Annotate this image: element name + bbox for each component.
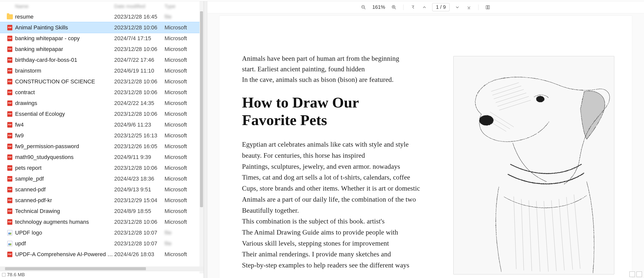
file-date: 2023/12/28 10:07 — [114, 230, 165, 236]
file-row[interactable]: Technical Drawing2024/8/9 18:55Microsoft — [0, 206, 204, 216]
file-date: 2024/4/23 18:36 — [114, 176, 165, 182]
file-name: UPDF logo — [14, 230, 114, 236]
file-row[interactable]: scanned-pdf-kr2023/12/29 15:04Microsoft — [0, 195, 204, 206]
svg-line-21 — [490, 112, 514, 127]
file-row[interactable]: technology augments humans2023/12/28 10:… — [0, 216, 204, 227]
pane-splitter[interactable] — [204, 1, 207, 278]
file-date: 2023/12/28 10:06 — [114, 111, 165, 117]
pdf-file-icon — [7, 187, 12, 192]
doc-body-line: Various skill levels, stepping stones fo… — [242, 238, 423, 249]
file-type: Microsoft — [165, 68, 204, 74]
svg-rect-9 — [486, 6, 488, 9]
file-row[interactable]: Animal Painting Skills2023/12/28 10:06Mi… — [0, 22, 204, 33]
svg-line-28 — [559, 199, 565, 270]
file-type: Microsoft — [165, 219, 204, 225]
doc-body-text: Egyptian art celebrates animals like cat… — [242, 139, 423, 271]
zoom-out-button[interactable] — [360, 4, 367, 11]
doc-intro-line: In the cave, animals such as bison (biso… — [242, 75, 411, 85]
last-page-button[interactable] — [465, 4, 473, 11]
file-date: 2023/12/29 15:04 — [114, 197, 165, 204]
page-total: 9 — [443, 4, 446, 10]
zoom-in-button[interactable] — [390, 4, 398, 11]
vscroll-thumb[interactable] — [200, 11, 203, 207]
prev-page-button[interactable] — [421, 4, 428, 11]
file-type: Microsoft — [165, 24, 204, 31]
doc-body-line: beauty. For centuries, this horse has in… — [242, 150, 423, 161]
file-date: 2023/12/28 10:06 — [114, 219, 165, 225]
file-row[interactable]: drawings2024/2/22 14:35Microsoft — [0, 98, 204, 108]
doc-body-line: Cups, store brands and other items. Whet… — [242, 183, 423, 194]
pdf-file-icon — [7, 165, 12, 171]
file-row[interactable]: contract2023/12/28 10:06Microsoft — [0, 87, 204, 98]
pdf-file-icon — [7, 198, 12, 203]
file-row[interactable]: CONSTRUCTION OF SCIENCE2023/12/28 10:06M… — [0, 76, 204, 87]
doc-body-line: This combination is the subject of this … — [242, 216, 423, 227]
file-name: scanned-pdf-kr — [14, 197, 114, 204]
file-row[interactable]: scanned-pdf2024/9/13 9:51Microsoft — [0, 184, 204, 195]
doc-body-line: Paintings, sculptures, jewelry, and even… — [242, 161, 423, 172]
file-row[interactable]: resume2023/12/28 16:45file — [0, 11, 204, 22]
file-list-vscrollbar[interactable] — [199, 1, 204, 273]
file-name: contract — [14, 89, 114, 96]
file-row[interactable]: pets report2023/12/28 10:06Microsoft — [0, 162, 204, 173]
pdf-file-icon — [7, 122, 12, 128]
file-row[interactable]: sample_pdf2024/4/23 18:36Microsoft — [0, 173, 204, 184]
file-type: Microsoft — [165, 89, 204, 96]
file-name: sample_pdf — [14, 176, 114, 182]
status-size: 78.6 MB — [7, 272, 25, 277]
file-row[interactable]: birthday-card-for-boss-012024/7/22 17:46… — [0, 54, 204, 65]
pdf-preview-pane: 161% 1 / 9 — [207, 1, 644, 278]
next-page-button[interactable] — [454, 4, 461, 11]
file-type: Microsoft — [165, 197, 204, 204]
svg-point-12 — [536, 96, 544, 102]
doc-intro-line: Animals have been part of human art from… — [242, 53, 411, 64]
page-layout-button[interactable] — [484, 4, 492, 11]
view-mode-list-icon[interactable] — [629, 271, 635, 277]
toolbar-separator — [478, 5, 478, 10]
file-row[interactable]: UPDF logo2023/12/28 10:07file — [0, 227, 204, 238]
doc-body-line: Step-by-step examples to help readers se… — [242, 260, 423, 271]
file-list-hscrollbar[interactable] — [0, 266, 204, 271]
column-header-name[interactable]: Name — [14, 4, 114, 9]
file-row[interactable]: updf2023/12/28 10:07file — [0, 238, 204, 249]
svg-line-26 — [544, 201, 548, 272]
file-type: Microsoft — [165, 122, 204, 128]
column-header-type[interactable]: Type — [165, 4, 204, 9]
file-date: 2024/4/26 18:03 — [114, 251, 165, 258]
file-date: 2023/12/28 10:07 — [114, 240, 165, 247]
column-header-date[interactable]: Date modified — [114, 4, 165, 9]
file-browser-pane: Name Date modified Type resume2023/12/28… — [0, 1, 204, 278]
hscroll-thumb[interactable] — [5, 267, 146, 270]
file-date: 2024/9/13 9:51 — [114, 186, 165, 193]
first-page-button[interactable] — [409, 4, 417, 11]
page-indicator[interactable]: 1 / 9 — [432, 3, 450, 11]
svg-line-30 — [574, 195, 580, 269]
svg-line-15 — [494, 89, 524, 99]
view-mode-page-icon[interactable] — [636, 271, 642, 277]
file-list[interactable]: Name Date modified Type resume2023/12/28… — [0, 1, 204, 266]
pdf-file-icon — [7, 100, 12, 106]
pdf-viewport[interactable]: Animals have been part of human art from… — [207, 13, 644, 278]
file-row[interactable]: fw42024/9/6 11:23Microsoft — [0, 119, 204, 130]
file-row[interactable]: fw9_permission-password2023/12/26 16:05M… — [0, 141, 204, 152]
file-name: fw9 — [14, 132, 114, 139]
file-date: 2024/7/4 17:15 — [114, 35, 165, 42]
file-date: 2023/12/28 10:06 — [114, 78, 165, 85]
file-date: 2023/12/25 16:13 — [114, 132, 165, 139]
svg-line-22 — [514, 197, 516, 269]
file-row[interactable]: banking whitepapar2023/12/28 10:06Micros… — [0, 44, 204, 54]
pdf-file-icon — [7, 68, 12, 74]
file-row[interactable]: banking whitepapar - copy2024/7/4 17:15M… — [0, 33, 204, 44]
file-name: math90_studyquestions — [14, 154, 114, 160]
file-date: 2023/12/28 10:06 — [114, 46, 165, 52]
zoom-level: 161% — [371, 4, 386, 10]
file-row[interactable]: Essential of Ecology2023/12/28 10:06Micr… — [0, 108, 204, 119]
file-name: banking whitepapar - copy — [14, 35, 114, 42]
file-date: 2024/8/9 18:55 — [114, 208, 165, 214]
file-list-header[interactable]: Name Date modified Type — [0, 1, 204, 11]
doc-intro-text: Animals have been part of human art from… — [242, 53, 411, 85]
file-row[interactable]: brainstorm2024/6/19 11:10Microsoft — [0, 65, 204, 76]
file-row[interactable]: UPDF-A Comprehensive AI-Powered PDF E...… — [0, 249, 204, 260]
file-row[interactable]: math90_studyquestions2024/9/11 9:39Micro… — [0, 152, 204, 162]
file-row[interactable]: fw92023/12/25 16:13Microsoft — [0, 130, 204, 141]
